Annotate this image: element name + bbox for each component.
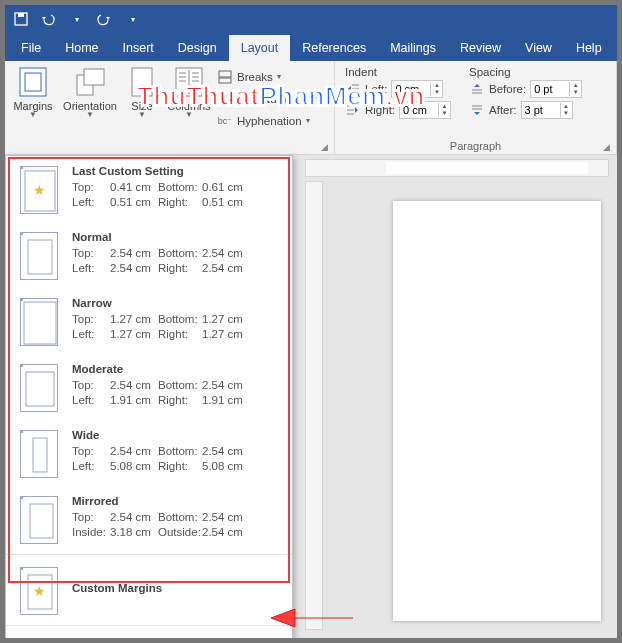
margins-thumb-icon <box>20 496 58 544</box>
document-page[interactable] <box>393 201 601 621</box>
custom-margins-link[interactable]: Custom Margins... <box>6 628 292 643</box>
svg-rect-31 <box>25 171 55 211</box>
svg-rect-1 <box>18 13 24 17</box>
svg-rect-15 <box>219 71 231 77</box>
spacing-heading: Spacing <box>469 66 582 78</box>
margins-thumb-icon <box>20 298 58 346</box>
margins-option-narrow[interactable]: Narrow Top:1.27 cmBottom:1.27 cm Left:1.… <box>6 288 292 354</box>
svg-rect-37 <box>28 575 52 609</box>
svg-rect-36 <box>30 504 53 538</box>
tab-home[interactable]: Home <box>53 35 110 61</box>
breaks-button[interactable]: Breaks ▾ <box>217 66 317 87</box>
svg-rect-35 <box>33 438 47 472</box>
save-icon[interactable] <box>13 11 29 27</box>
indent-right-label: Right: <box>365 104 395 116</box>
margins-option-custom[interactable]: Custom Margins <box>6 557 292 623</box>
size-icon <box>126 66 158 98</box>
orientation-button[interactable]: Orientation▼ <box>61 64 119 119</box>
ribbon: Margins▼ Orientation▼ Size▼ Columns▼ Bre… <box>5 61 617 155</box>
tab-review[interactable]: Review <box>448 35 513 61</box>
hyphenation-label: Hyphenation <box>237 115 302 127</box>
svg-rect-32 <box>28 240 52 274</box>
hyphenation-icon: bc⁻ <box>217 113 233 129</box>
annotation-arrow <box>265 603 355 633</box>
spacing-before-input[interactable]: ▲▼ <box>530 80 582 98</box>
size-button[interactable]: Size▼ <box>123 64 161 119</box>
orientation-icon <box>74 66 106 98</box>
margins-thumb-icon <box>20 364 58 412</box>
page-setup-dialog-launcher[interactable]: ◢ <box>321 142 328 152</box>
margins-option-last custom setting[interactable]: Last Custom Setting Top:0.41 cmBottom:0.… <box>6 156 292 222</box>
qat-customize-icon[interactable]: ▾ <box>69 11 85 27</box>
margins-option-moderate[interactable]: Moderate Top:2.54 cmBottom:2.54 cm Left:… <box>6 354 292 420</box>
paragraph-dialog-launcher[interactable]: ◢ <box>603 142 610 152</box>
spacing-after-label: After: <box>489 104 516 116</box>
indent-right-input[interactable]: ▲▼ <box>399 101 451 119</box>
group-page-setup: Margins▼ Orientation▼ Size▼ Columns▼ Bre… <box>5 61 335 154</box>
spacing-section: Spacing Before: ▲▼ After: ▲▼ <box>469 66 582 139</box>
tab-references[interactable]: References <box>290 35 378 61</box>
spacing-before-icon <box>469 81 485 97</box>
paragraph-group-label: Paragraph <box>450 140 501 152</box>
breaks-icon <box>217 69 233 85</box>
undo-icon[interactable] <box>41 11 57 27</box>
columns-button[interactable]: Columns▼ <box>165 64 213 119</box>
indent-right-icon <box>345 102 361 118</box>
margins-icon <box>17 66 49 98</box>
margins-thumb-icon <box>20 567 58 615</box>
vertical-ruler[interactable] <box>305 181 323 630</box>
spacing-after-icon <box>469 102 485 118</box>
svg-rect-2 <box>20 68 46 96</box>
line-numbers-icon: 12 <box>217 91 233 107</box>
margins-option-normal[interactable]: Normal Top:2.54 cmBottom:2.54 cm Left:2.… <box>6 222 292 288</box>
svg-text:2: 2 <box>218 99 222 105</box>
quick-access-toolbar: ▾ ▾ <box>5 5 617 33</box>
margins-option-title: Narrow <box>72 296 250 312</box>
indent-section: Indent Left: ▲▼ Right: ▲▼ <box>345 66 451 139</box>
margins-thumb-icon <box>20 430 58 478</box>
svg-rect-6 <box>132 68 152 96</box>
indent-left-icon <box>345 81 361 97</box>
indent-heading: Indent <box>345 66 451 78</box>
redo-icon[interactable] <box>97 11 113 27</box>
tab-mailings[interactable]: Mailings <box>378 35 448 61</box>
margins-thumb-icon <box>20 166 58 214</box>
indent-left-label: Left: <box>365 83 387 95</box>
margins-thumb-icon <box>20 232 58 280</box>
line-numbers-button[interactable]: 12Line Numbers ▾ <box>217 88 317 109</box>
spacing-before-label: Before: <box>489 83 526 95</box>
margins-option-title: Wide <box>72 428 250 444</box>
svg-rect-16 <box>219 78 231 83</box>
margins-option-wide[interactable]: Wide Top:2.54 cmBottom:2.54 cm Left:5.08… <box>6 420 292 486</box>
spacing-after-input[interactable]: ▲▼ <box>521 101 573 119</box>
margins-option-title: Mirrored <box>72 494 250 510</box>
line-numbers-label: Line Numbers <box>237 93 309 105</box>
horizontal-ruler[interactable] <box>305 159 609 177</box>
margins-option-mirrored[interactable]: Mirrored Top:2.54 cmBottom:2.54 cm Insid… <box>6 486 292 552</box>
margins-option-title: Moderate <box>72 362 250 378</box>
svg-rect-34 <box>26 372 54 406</box>
tab-design[interactable]: Design <box>166 35 229 61</box>
tab-file[interactable]: File <box>9 35 53 61</box>
hyphenation-button[interactable]: bc⁻Hyphenation ▾ <box>217 110 317 131</box>
margins-dropdown: Last Custom Setting Top:0.41 cmBottom:0.… <box>5 155 293 643</box>
group-paragraph: Indent Left: ▲▼ Right: ▲▼ Spacing Before… <box>335 61 617 154</box>
touch-mode-icon[interactable]: ▾ <box>125 11 141 27</box>
margins-option-title: Normal <box>72 230 250 246</box>
svg-rect-5 <box>84 69 104 85</box>
indent-left-input[interactable]: ▲▼ <box>391 80 443 98</box>
tab-help[interactable]: Help <box>564 35 614 61</box>
margins-button[interactable]: Margins▼ <box>9 64 57 119</box>
tab-insert[interactable]: Insert <box>111 35 166 61</box>
tab-view[interactable]: View <box>513 35 564 61</box>
breaks-label: Breaks <box>237 71 273 83</box>
svg-rect-33 <box>24 302 56 344</box>
ribbon-tabs: File Home Insert Design Layout Reference… <box>5 33 617 61</box>
tab-layout[interactable]: Layout <box>229 35 291 61</box>
margins-option-title: Last Custom Setting <box>72 164 250 180</box>
columns-icon <box>173 66 205 98</box>
